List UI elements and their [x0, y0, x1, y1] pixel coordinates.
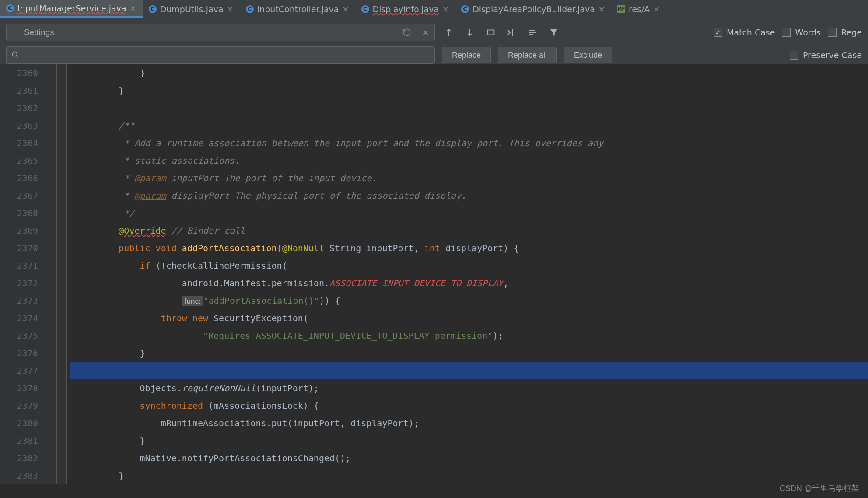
code-line[interactable]: synchronized (mAssociationsLock) { [70, 397, 868, 414]
code-line[interactable]: mRuntimeAssociations.put(inputPort, disp… [70, 414, 868, 432]
fold-marker[interactable] [46, 64, 66, 82]
regex-checkbox[interactable]: Rege [828, 28, 862, 37]
class-file-icon: C [246, 5, 254, 13]
class-file-icon: C [361, 5, 369, 13]
code-line[interactable] [70, 99, 868, 117]
code-line[interactable]: /** [70, 117, 868, 134]
replace-button[interactable]: Replace [442, 47, 491, 63]
code-line[interactable] [70, 362, 868, 379]
code-line[interactable]: } [70, 344, 868, 362]
fold-marker[interactable] [46, 344, 66, 362]
match-case-checkbox[interactable]: Match Case [714, 28, 775, 37]
fold-marker[interactable] [46, 239, 66, 257]
close-tab-icon[interactable]: × [598, 4, 605, 14]
tab-label: DumpUtils.java [160, 4, 224, 14]
line-number-gutter: 2360236123622363236423652366236723682369… [0, 64, 46, 484]
fold-marker[interactable] [46, 379, 66, 397]
code-area[interactable]: } } /** * Add a runtime association betw… [67, 64, 868, 484]
editor-tab[interactable]: CDisplayAreaPolicyBuilder.java× [455, 0, 611, 18]
search-icon [11, 51, 19, 60]
code-editor[interactable]: 2360236123622363236423652366236723682369… [0, 64, 868, 484]
code-line[interactable]: throw new SecurityException( [70, 309, 868, 327]
fold-marker[interactable] [46, 152, 66, 169]
right-margin-line [822, 64, 823, 498]
close-tab-icon[interactable]: × [227, 4, 234, 14]
fold-marker[interactable] [46, 187, 66, 204]
line-number: 2382 [0, 449, 38, 467]
close-tab-icon[interactable]: × [130, 4, 136, 13]
fold-marker[interactable] [46, 117, 66, 134]
line-number: 2377 [0, 362, 38, 379]
fold-marker[interactable] [46, 292, 66, 309]
fold-marker[interactable] [46, 257, 66, 274]
fold-marker[interactable] [46, 449, 66, 467]
preserve-case-checkbox[interactable]: Preserve Case [790, 50, 862, 60]
code-line[interactable]: Objects.requireNonNull(inputPort); [70, 379, 868, 397]
code-line[interactable]: @Override // Binder call [70, 222, 868, 239]
editor-tabs: CInputManagerService.java×CDumpUtils.jav… [0, 0, 868, 18]
fold-marker[interactable] [46, 397, 66, 414]
line-number: 2380 [0, 414, 38, 432]
fold-marker[interactable] [46, 432, 66, 449]
code-line[interactable]: * @param displayPort The physical port o… [70, 187, 868, 204]
exclude-button[interactable]: Exclude [564, 47, 612, 63]
tab-label: DisplayInfo.java [373, 4, 439, 14]
code-line[interactable]: } [70, 64, 868, 82]
editor-tab[interactable]: CDisplayInfo.java× [355, 0, 455, 18]
add-selection-icon[interactable] [505, 25, 519, 39]
fold-marker[interactable] [46, 309, 66, 327]
editor-tab[interactable]: CDumpUtils.java× [143, 0, 240, 18]
fold-marker[interactable] [46, 327, 66, 344]
preserve-case-label: Preserve Case [803, 50, 862, 60]
fold-marker[interactable] [46, 362, 66, 379]
close-icon[interactable]: ✕ [422, 28, 429, 37]
replace-input[interactable] [6, 46, 435, 64]
prev-match-icon[interactable]: ↑ [442, 25, 456, 39]
line-number: 2370 [0, 239, 38, 257]
tab-label: res/A [629, 4, 650, 14]
line-number: 2362 [0, 99, 38, 117]
words-checkbox[interactable]: Words [782, 28, 821, 37]
history-icon[interactable] [402, 28, 411, 39]
fold-marker[interactable] [46, 274, 66, 292]
search-input[interactable] [6, 24, 435, 41]
code-line[interactable]: * @param inputPort The port of the input… [70, 169, 868, 187]
filter-icon[interactable] [547, 25, 561, 39]
replace-all-button[interactable]: Replace all [498, 47, 557, 63]
close-tab-icon[interactable]: × [442, 4, 449, 14]
code-line[interactable]: mNative.notifyPortAssociationsChanged(); [70, 449, 868, 467]
editor-tab[interactable]: CInputManagerService.java× [0, 0, 143, 18]
code-line[interactable]: } [70, 82, 868, 99]
line-number: 2381 [0, 432, 38, 449]
code-line[interactable]: * Add a runtime association between the … [70, 134, 868, 152]
fold-gutter[interactable] [46, 64, 67, 484]
next-match-icon[interactable]: ↓ [463, 25, 477, 39]
editor-tab[interactable]: CInputController.java× [240, 0, 355, 18]
fold-marker[interactable] [46, 99, 66, 117]
editor-tab[interactable]: MFres/A× [611, 0, 666, 18]
fold-marker[interactable] [46, 204, 66, 222]
fold-marker[interactable] [46, 467, 66, 484]
code-line[interactable]: if (!checkCallingPermission( [70, 257, 868, 274]
class-file-icon: C [149, 5, 157, 13]
select-all-icon[interactable] [484, 25, 498, 39]
fold-marker[interactable] [46, 414, 66, 432]
close-tab-icon[interactable]: × [342, 4, 349, 14]
code-line[interactable]: * static associations. [70, 152, 868, 169]
code-line[interactable]: func:"addPortAssociation()")) { [70, 292, 868, 309]
line-number: 2360 [0, 64, 38, 82]
fold-marker[interactable] [46, 134, 66, 152]
code-line[interactable]: "Requires ASSOCIATE_INPUT_DEVICE_TO_DISP… [70, 327, 868, 344]
fold-marker[interactable] [46, 82, 66, 99]
close-tab-icon[interactable]: × [653, 4, 660, 14]
fold-marker[interactable] [46, 222, 66, 239]
code-line[interactable]: } [70, 467, 868, 484]
words-label: Words [795, 28, 821, 37]
toggle-selection-icon[interactable] [526, 25, 540, 39]
code-line[interactable]: public void addPortAssociation(@NonNull … [70, 239, 868, 257]
line-number: 2372 [0, 274, 38, 292]
code-line[interactable]: } [70, 432, 868, 449]
fold-marker[interactable] [46, 169, 66, 187]
code-line[interactable]: android.Manifest.permission.ASSOCIATE_IN… [70, 274, 868, 292]
code-line[interactable]: */ [70, 204, 868, 222]
